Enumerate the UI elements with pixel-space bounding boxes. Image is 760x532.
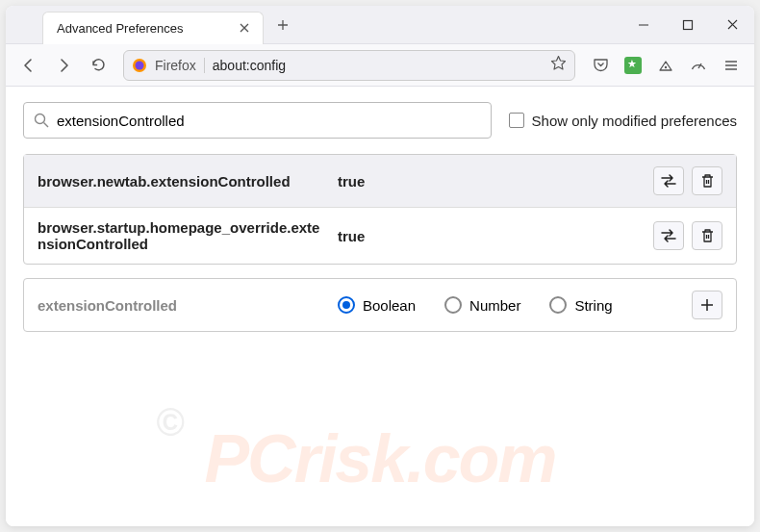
search-input[interactable] xyxy=(57,113,481,129)
pref-name: browser.startup.homepage_override.extens… xyxy=(38,219,326,252)
table-row: browser.startup.homepage_override.extens… xyxy=(24,207,736,264)
add-pref-name: extensionControlled xyxy=(38,297,326,314)
add-button[interactable] xyxy=(692,291,722,319)
plus-icon xyxy=(700,298,714,312)
svg-point-4 xyxy=(36,114,45,124)
svg-point-3 xyxy=(665,65,667,67)
browser-tab[interactable]: Advanced Preferences xyxy=(42,12,264,44)
firefox-icon xyxy=(132,58,147,73)
reload-button[interactable] xyxy=(83,50,114,81)
checkbox-icon[interactable] xyxy=(509,113,524,128)
radio-number[interactable]: Number xyxy=(444,296,520,314)
forward-button[interactable] xyxy=(48,50,79,81)
pref-value: true xyxy=(338,228,642,244)
svg-rect-0 xyxy=(684,20,693,29)
delete-button[interactable] xyxy=(692,166,722,195)
browser-window: Advanced Preferences Firefox xyxy=(6,6,754,526)
checkbox-label: Show only modified preferences xyxy=(532,113,737,129)
meter-icon[interactable] xyxy=(683,50,714,81)
bookmark-star-icon[interactable] xyxy=(550,55,567,75)
pocket-icon[interactable] xyxy=(585,50,616,81)
new-tab-button[interactable] xyxy=(269,12,296,38)
preferences-table: browser.newtab.extensionControlled true … xyxy=(23,154,737,265)
search-box[interactable] xyxy=(23,102,492,139)
radio-string[interactable]: String xyxy=(549,296,612,314)
window-controls xyxy=(621,6,754,44)
pref-value: true xyxy=(338,173,642,190)
modified-only-checkbox[interactable]: Show only modified preferences xyxy=(509,113,737,129)
pref-name: browser.newtab.extensionControlled xyxy=(38,173,326,190)
account-icon[interactable] xyxy=(650,50,681,81)
add-preference-row: extensionControlled Boolean Number Strin… xyxy=(23,278,737,332)
toggle-button[interactable] xyxy=(653,221,684,250)
toggle-button[interactable] xyxy=(653,166,684,195)
titlebar: Advanced Preferences xyxy=(6,6,754,44)
minimize-button[interactable] xyxy=(621,6,666,44)
search-icon xyxy=(34,113,49,128)
url-bar[interactable]: Firefox xyxy=(123,50,575,81)
type-radio-group: Boolean Number String xyxy=(338,296,680,314)
close-window-button[interactable] xyxy=(710,6,754,44)
svg-point-2 xyxy=(136,61,144,69)
toolbar: Firefox xyxy=(6,44,754,87)
url-input[interactable] xyxy=(213,58,543,73)
table-row: browser.newtab.extensionControlled true xyxy=(24,155,736,207)
identity-label: Firefox xyxy=(155,58,205,73)
menu-icon[interactable] xyxy=(716,50,747,81)
back-button[interactable] xyxy=(13,50,44,81)
delete-button[interactable] xyxy=(692,221,722,250)
watermark: PCrisk.com xyxy=(204,420,555,497)
radio-boolean[interactable]: Boolean xyxy=(338,296,416,314)
content-area: Show only modified preferences browser.n… xyxy=(6,87,754,526)
tab-title: Advanced Preferences xyxy=(57,21,236,36)
close-icon[interactable] xyxy=(236,19,253,37)
maximize-button[interactable] xyxy=(666,6,710,44)
extension-icon[interactable] xyxy=(618,50,648,81)
